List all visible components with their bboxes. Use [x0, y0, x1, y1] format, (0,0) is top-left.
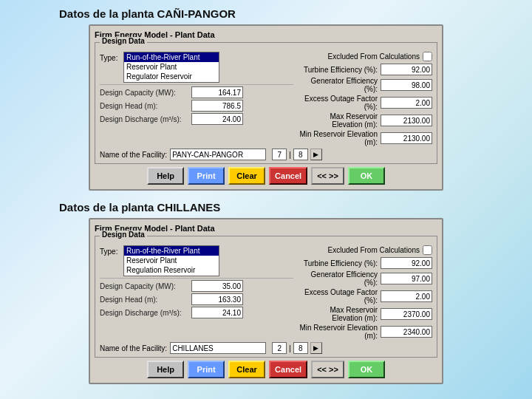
nav-button-1[interactable]: << >>: [311, 167, 344, 185]
section2-title: Datos de la planta CHILLANES: [59, 201, 220, 214]
discharge-label-2: Design Discharge (m³/s):: [100, 309, 188, 317]
maxelev-input-1[interactable]: [381, 115, 432, 126]
cancel-button-1[interactable]: Cancel: [269, 167, 307, 185]
nav-arrow-2[interactable]: ▶: [310, 342, 322, 354]
type-option-2-2[interactable]: Reservoir Plant: [124, 256, 219, 265]
type-label-2: Type:: [100, 248, 120, 256]
type-row-1: Type: Run-of-the-River Plant Reservoir P…: [100, 52, 293, 83]
minelev-label-2: Min Reservoir Elevation (m):: [299, 324, 378, 340]
facility-input-2[interactable]: [170, 342, 266, 354]
help-button-1[interactable]: Help: [147, 167, 184, 185]
minelev-input-2[interactable]: [381, 326, 432, 338]
help-button-2[interactable]: Help: [147, 361, 184, 378]
nav-row-1: | ▶: [272, 149, 322, 160]
nav-button-2[interactable]: << >>: [311, 361, 344, 378]
generator-label-2: Generator Efficiency (%):: [299, 270, 378, 287]
excluded-row-2: Excluded From Calculations: [299, 245, 432, 255]
excluded-row-1: Excluded From Calculations: [299, 52, 432, 61]
left-col-2: Type: Run-of-the-River Plant Reservoir P…: [100, 245, 293, 340]
head-input-2[interactable]: [191, 293, 243, 305]
generator-label-1: Generator Efficiency (%):: [299, 77, 378, 93]
excluded-label-1: Excluded From Calculations: [328, 52, 420, 61]
buttons-row-2: Help Print Clear Cancel << >> OK: [95, 361, 437, 378]
turbine-label-1: Turbine Efficiency (%):: [299, 66, 378, 74]
generator-input-2[interactable]: [381, 273, 432, 284]
nav-arrow-1[interactable]: ▶: [310, 149, 322, 160]
outage-input-1[interactable]: [381, 97, 432, 109]
minelev-input-1[interactable]: [381, 132, 432, 144]
maxelev-row-1: Max Reservoir Elevation (m):: [299, 112, 432, 129]
type-option-1-2[interactable]: Reservoir Plant: [124, 62, 219, 72]
ok-button-1[interactable]: OK: [348, 167, 385, 185]
field-discharge-1: Design Discharge (m³/s):: [100, 113, 293, 125]
field-capacity-2: Design Capacity (MW):: [100, 280, 293, 292]
outage-row-1: Excess Outage Factor (%):: [299, 95, 432, 111]
group-box-2: Design Data Type: Run-of-the-River Plant…: [95, 236, 437, 358]
nav-current-1[interactable]: [272, 149, 287, 160]
type-list-1[interactable]: Run-of-the-River Plant Reservoir Plant R…: [123, 52, 219, 83]
turbine-input-2[interactable]: [381, 257, 432, 269]
capacity-input-2[interactable]: [191, 280, 243, 292]
type-option-1-1[interactable]: Run-of-the-River Plant: [124, 52, 219, 62]
discharge-label-1: Design Discharge (m³/s):: [100, 115, 188, 123]
facility-input-1[interactable]: [170, 149, 266, 160]
panel2: Firm Energy Model - Plant Data Design Da…: [89, 218, 443, 384]
field-discharge-2: Design Discharge (m³/s):: [100, 307, 293, 318]
generator-input-1[interactable]: [381, 79, 432, 91]
excluded-checkbox-1[interactable]: [423, 52, 432, 61]
group-box-1-title: Design Data: [100, 37, 147, 45]
bottom-row-2: Name of the Facility: | ▶: [100, 342, 432, 354]
head-label-1: Design Head (m):: [100, 102, 188, 110]
panel1: Firm Energy Model - Plant Data Design Da…: [89, 24, 443, 191]
bottom-row-1: Name of the Facility: | ▶: [100, 149, 432, 160]
maxelev-label-1: Max Reservoir Elevation (m):: [299, 112, 378, 129]
right-col-2: Excluded From Calculations Turbine Effic…: [299, 245, 432, 340]
minelev-label-1: Min Reservoir Elevation (m):: [299, 130, 378, 146]
capacity-input-1[interactable]: [191, 86, 243, 98]
type-option-2-3[interactable]: Regulation Reservoir: [124, 265, 219, 275]
outage-label-2: Excess Outage Factor (%):: [299, 288, 378, 304]
nav-row-2: | ▶: [272, 342, 322, 354]
discharge-input-2[interactable]: [191, 307, 243, 318]
nav-total-2: [293, 342, 308, 354]
maxelev-input-2[interactable]: [381, 308, 432, 320]
field-capacity-1: Design Capacity (MW):: [100, 86, 293, 98]
minelev-row-1: Min Reservoir Elevation (m):: [299, 130, 432, 146]
type-list-2[interactable]: Run-of-the-River Plant Reservoir Plant R…: [123, 245, 219, 276]
discharge-input-1[interactable]: [191, 113, 243, 125]
nav-of-1: |: [289, 151, 291, 159]
nav-current-2[interactable]: [272, 342, 287, 354]
ok-button-2[interactable]: OK: [348, 361, 385, 378]
nav-of-2: |: [289, 344, 291, 352]
right-col-1: Excluded From Calculations Turbine Effic…: [299, 52, 432, 146]
clear-button-1[interactable]: Clear: [228, 167, 265, 185]
field-head-1: Design Head (m):: [100, 100, 293, 112]
right-fields-1: Turbine Efficiency (%): Generator Effici…: [299, 64, 432, 146]
outage-input-2[interactable]: [381, 290, 432, 302]
capacity-label-1: Design Capacity (MW):: [100, 89, 188, 97]
turbine-input-1[interactable]: [381, 64, 432, 75]
turbine-row-1: Turbine Efficiency (%):: [299, 64, 432, 75]
type-option-1-3[interactable]: Regulator Reservoir: [124, 72, 219, 81]
clear-button-2[interactable]: Clear: [228, 361, 265, 378]
maxelev-label-2: Max Reservoir Elevation (m):: [299, 306, 378, 322]
minelev-row-2: Min Reservoir Elevation (m):: [299, 324, 432, 340]
print-button-1[interactable]: Print: [188, 167, 225, 185]
capacity-label-2: Design Capacity (MW):: [100, 282, 188, 290]
head-input-1[interactable]: [191, 100, 243, 112]
cancel-button-2[interactable]: Cancel: [269, 361, 307, 378]
section1-title: Datos de la planta CAÑI-PANGOR: [59, 7, 236, 20]
nav-total-1: [293, 149, 308, 160]
generator-row-2: Generator Efficiency (%):: [299, 270, 432, 287]
field-head-2: Design Head (m):: [100, 293, 293, 305]
print-button-2[interactable]: Print: [188, 361, 225, 378]
left-col-1: Type: Run-of-the-River Plant Reservoir P…: [100, 52, 293, 146]
facility-label-2: Name of the Facility:: [100, 344, 167, 352]
head-label-2: Design Head (m):: [100, 296, 188, 304]
group-box-1: Design Data Type: Run-of-the-River Plant…: [95, 42, 437, 164]
excluded-checkbox-2[interactable]: [423, 245, 432, 255]
turbine-label-2: Turbine Efficiency (%):: [299, 259, 378, 267]
outage-row-2: Excess Outage Factor (%):: [299, 288, 432, 304]
type-option-2-1[interactable]: Run-of-the-River Plant: [124, 246, 219, 256]
right-fields-2: Turbine Efficiency (%): Generator Effici…: [299, 257, 432, 340]
